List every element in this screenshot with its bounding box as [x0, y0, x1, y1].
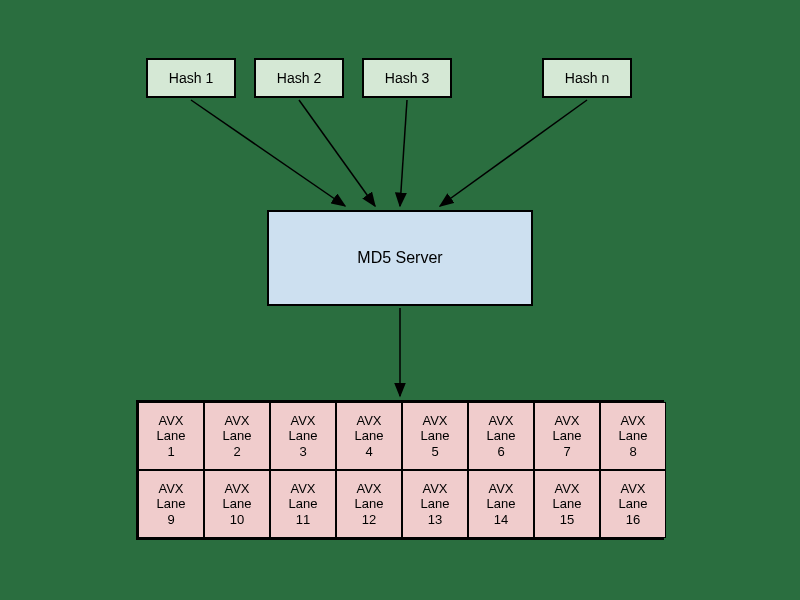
lane-prefix: AVX	[488, 481, 513, 497]
lane-number: 13	[428, 512, 442, 528]
lane-number: 12	[362, 512, 376, 528]
hash-label: Hash n	[565, 70, 609, 86]
arrow-hashn-to-server	[440, 100, 587, 206]
lane-number: 15	[560, 512, 574, 528]
lane-number: 16	[626, 512, 640, 528]
lane-word: Lane	[223, 496, 252, 512]
server-label: MD5 Server	[357, 249, 442, 267]
lane-word: Lane	[487, 428, 516, 444]
lane-prefix: AVX	[554, 481, 579, 497]
lane-word: Lane	[619, 496, 648, 512]
hash-box-1: Hash 1	[146, 58, 236, 98]
hash-label: Hash 1	[169, 70, 213, 86]
avx-lane-cell: AVXLane12	[336, 470, 402, 538]
hash-label: Hash 3	[385, 70, 429, 86]
avx-lane-cell: AVXLane1	[138, 402, 204, 470]
server-box: MD5 Server	[267, 210, 533, 306]
lane-word: Lane	[157, 496, 186, 512]
avx-lane-cell: AVXLane14	[468, 470, 534, 538]
arrow-hash3-to-server	[400, 100, 407, 206]
lane-prefix: AVX	[554, 413, 579, 429]
lane-prefix: AVX	[158, 481, 183, 497]
avx-lane-cell: AVXLane9	[138, 470, 204, 538]
lane-number: 8	[629, 444, 636, 460]
lane-word: Lane	[421, 496, 450, 512]
lane-prefix: AVX	[224, 413, 249, 429]
avx-lane-cell: AVXLane6	[468, 402, 534, 470]
lane-prefix: AVX	[290, 413, 315, 429]
lane-number: 5	[431, 444, 438, 460]
hash-label: Hash 2	[277, 70, 321, 86]
lane-number: 1	[167, 444, 174, 460]
avx-lane-cell: AVXLane2	[204, 402, 270, 470]
lane-prefix: AVX	[620, 481, 645, 497]
lane-word: Lane	[487, 496, 516, 512]
lane-prefix: AVX	[356, 481, 381, 497]
lane-number: 3	[299, 444, 306, 460]
lane-prefix: AVX	[620, 413, 645, 429]
avx-lane-cell: AVXLane8	[600, 402, 666, 470]
lane-word: Lane	[157, 428, 186, 444]
hash-box-3: Hash 3	[362, 58, 452, 98]
lane-word: Lane	[553, 496, 582, 512]
lane-prefix: AVX	[158, 413, 183, 429]
lane-number: 14	[494, 512, 508, 528]
hash-box-2: Hash 2	[254, 58, 344, 98]
lane-prefix: AVX	[422, 413, 447, 429]
lane-prefix: AVX	[356, 413, 381, 429]
lane-number: 2	[233, 444, 240, 460]
lane-number: 4	[365, 444, 372, 460]
lane-prefix: AVX	[422, 481, 447, 497]
avx-lane-cell: AVXLane3	[270, 402, 336, 470]
lane-word: Lane	[355, 496, 384, 512]
arrow-hash2-to-server	[299, 100, 375, 206]
avx-lane-cell: AVXLane4	[336, 402, 402, 470]
lane-prefix: AVX	[290, 481, 315, 497]
lane-word: Lane	[223, 428, 252, 444]
arrow-hash1-to-server	[191, 100, 345, 206]
lane-word: Lane	[421, 428, 450, 444]
avx-lane-cell: AVXLane5	[402, 402, 468, 470]
lane-prefix: AVX	[488, 413, 513, 429]
lane-word: Lane	[619, 428, 648, 444]
lane-number: 11	[296, 512, 310, 528]
avx-lane-cell: AVXLane10	[204, 470, 270, 538]
avx-lane-cell: AVXLane15	[534, 470, 600, 538]
lane-prefix: AVX	[224, 481, 249, 497]
avx-lane-cell: AVXLane7	[534, 402, 600, 470]
lane-number: 10	[230, 512, 244, 528]
avx-lane-cell: AVXLane16	[600, 470, 666, 538]
lane-number: 9	[167, 512, 174, 528]
lane-number: 7	[563, 444, 570, 460]
hash-box-n: Hash n	[542, 58, 632, 98]
avx-lanes-grid: AVXLane1 AVXLane2 AVXLane3 AVXLane4 AVXL…	[136, 400, 664, 540]
lane-word: Lane	[553, 428, 582, 444]
avx-lane-cell: AVXLane11	[270, 470, 336, 538]
lane-word: Lane	[355, 428, 384, 444]
lane-number: 6	[497, 444, 504, 460]
lane-word: Lane	[289, 428, 318, 444]
lane-word: Lane	[289, 496, 318, 512]
avx-lane-cell: AVXLane13	[402, 470, 468, 538]
